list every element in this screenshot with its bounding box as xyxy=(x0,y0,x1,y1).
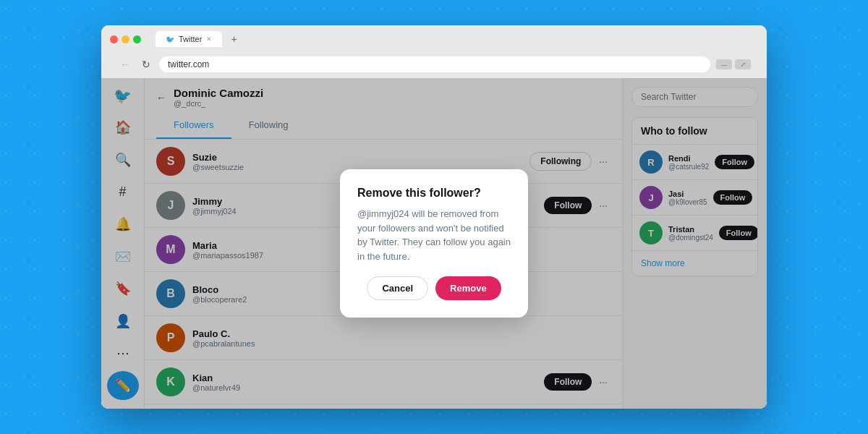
window-controls: — ⤢ xyxy=(716,59,751,69)
address-bar-row: ← ↻ — ⤢ xyxy=(110,53,758,78)
remove-follower-modal: Remove this follower? @jimmyj024 will be… xyxy=(340,169,528,318)
maximize-window-button[interactable] xyxy=(133,35,141,43)
remove-button[interactable]: Remove xyxy=(435,276,501,300)
traffic-lights xyxy=(110,35,141,43)
close-window-button[interactable] xyxy=(110,35,118,43)
twitter-tab[interactable]: 🐦 Twitter ✕ xyxy=(156,31,222,47)
tab-close-button[interactable]: ✕ xyxy=(206,35,212,43)
modal-body: @jimmyj024 will be removed from your fol… xyxy=(357,207,511,263)
minimize-btn[interactable]: — xyxy=(716,59,732,69)
modal-title: Remove this follower? xyxy=(357,187,511,200)
refresh-button[interactable]: ↻ xyxy=(139,57,153,72)
address-bar-input[interactable] xyxy=(159,56,710,72)
new-tab-button[interactable]: + xyxy=(226,32,241,46)
back-navigation-button[interactable]: ← xyxy=(117,57,133,72)
modal-actions: Cancel Remove xyxy=(357,276,511,300)
tab-bar: 🐦 Twitter ✕ + xyxy=(156,31,242,47)
minimize-window-button[interactable] xyxy=(122,35,129,43)
modal-overlay: Remove this follower? @jimmyj024 will be… xyxy=(101,78,767,409)
cancel-button[interactable]: Cancel xyxy=(367,276,428,300)
twitter-tab-icon: 🐦 xyxy=(166,35,174,43)
twitter-tab-label: Twitter xyxy=(179,35,202,43)
resize-btn[interactable]: ⤢ xyxy=(735,59,751,69)
